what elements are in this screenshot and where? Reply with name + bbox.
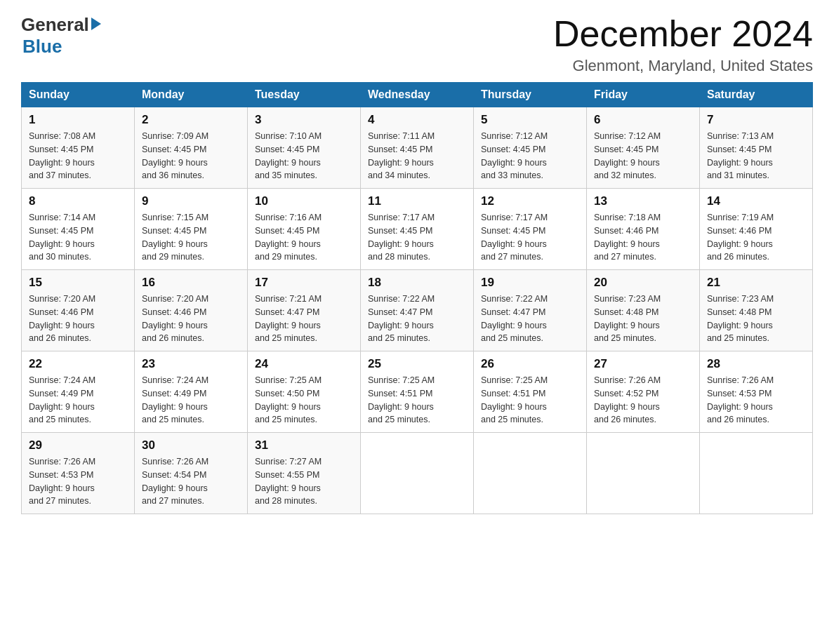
calendar-day-cell xyxy=(361,433,474,514)
weekday-header-sunday: Sunday xyxy=(22,83,135,107)
day-number: 8 xyxy=(29,194,127,208)
day-number: 26 xyxy=(481,357,579,371)
weekday-header-friday: Friday xyxy=(587,83,700,107)
calendar-week-row: 8Sunrise: 7:14 AMSunset: 4:45 PMDaylight… xyxy=(22,189,813,270)
calendar-day-cell: 5Sunrise: 7:12 AMSunset: 4:45 PMDaylight… xyxy=(474,107,587,189)
day-info: Sunrise: 7:23 AMSunset: 4:48 PMDaylight:… xyxy=(707,293,805,345)
weekday-header-row: SundayMondayTuesdayWednesdayThursdayFrid… xyxy=(22,83,813,107)
calendar-day-cell: 30Sunrise: 7:26 AMSunset: 4:54 PMDayligh… xyxy=(135,433,248,514)
calendar-day-cell: 4Sunrise: 7:11 AMSunset: 4:45 PMDaylight… xyxy=(361,107,474,189)
day-info: Sunrise: 7:25 AMSunset: 4:51 PMDaylight:… xyxy=(481,374,579,427)
day-info: Sunrise: 7:26 AMSunset: 4:53 PMDaylight:… xyxy=(707,374,805,427)
day-number: 13 xyxy=(594,194,692,208)
day-number: 14 xyxy=(707,194,805,208)
day-info: Sunrise: 7:11 AMSunset: 4:45 PMDaylight:… xyxy=(368,130,466,182)
calendar-day-cell: 22Sunrise: 7:24 AMSunset: 4:49 PMDayligh… xyxy=(22,351,135,433)
calendar-day-cell: 23Sunrise: 7:24 AMSunset: 4:49 PMDayligh… xyxy=(135,351,248,433)
title-block: December 2024 Glenmont, Maryland, United… xyxy=(553,14,813,75)
calendar-week-row: 15Sunrise: 7:20 AMSunset: 4:46 PMDayligh… xyxy=(22,270,813,351)
day-info: Sunrise: 7:22 AMSunset: 4:47 PMDaylight:… xyxy=(481,293,579,345)
day-number: 29 xyxy=(29,438,127,452)
logo-arrow-icon xyxy=(91,18,101,30)
calendar-day-cell: 12Sunrise: 7:17 AMSunset: 4:45 PMDayligh… xyxy=(474,189,587,270)
day-info: Sunrise: 7:25 AMSunset: 4:50 PMDaylight:… xyxy=(255,374,353,427)
day-info: Sunrise: 7:10 AMSunset: 4:45 PMDaylight:… xyxy=(255,130,353,182)
day-info: Sunrise: 7:13 AMSunset: 4:45 PMDaylight:… xyxy=(707,130,805,182)
day-number: 24 xyxy=(255,357,353,371)
day-number: 9 xyxy=(142,194,240,208)
calendar-day-cell: 25Sunrise: 7:25 AMSunset: 4:51 PMDayligh… xyxy=(361,351,474,433)
day-number: 25 xyxy=(368,357,466,371)
day-info: Sunrise: 7:21 AMSunset: 4:47 PMDaylight:… xyxy=(255,293,353,345)
day-number: 23 xyxy=(142,357,240,371)
day-number: 1 xyxy=(29,113,127,127)
day-number: 17 xyxy=(255,276,353,290)
logo-general-text: General xyxy=(21,14,89,36)
day-info: Sunrise: 7:22 AMSunset: 4:47 PMDaylight:… xyxy=(368,293,466,345)
day-info: Sunrise: 7:26 AMSunset: 4:53 PMDaylight:… xyxy=(29,455,127,508)
calendar-table: SundayMondayTuesdayWednesdayThursdayFrid… xyxy=(21,82,813,514)
calendar-day-cell xyxy=(587,433,700,514)
day-number: 6 xyxy=(594,113,692,127)
location-title: Glenmont, Maryland, United States xyxy=(553,57,813,75)
day-info: Sunrise: 7:12 AMSunset: 4:45 PMDaylight:… xyxy=(481,130,579,182)
day-info: Sunrise: 7:24 AMSunset: 4:49 PMDaylight:… xyxy=(142,374,240,427)
day-info: Sunrise: 7:16 AMSunset: 4:45 PMDaylight:… xyxy=(255,211,353,264)
calendar-day-cell: 31Sunrise: 7:27 AMSunset: 4:55 PMDayligh… xyxy=(248,433,361,514)
calendar-week-row: 29Sunrise: 7:26 AMSunset: 4:53 PMDayligh… xyxy=(22,433,813,514)
calendar-day-cell: 1Sunrise: 7:08 AMSunset: 4:45 PMDaylight… xyxy=(22,107,135,189)
calendar-day-cell: 2Sunrise: 7:09 AMSunset: 4:45 PMDaylight… xyxy=(135,107,248,189)
day-number: 15 xyxy=(29,276,127,290)
day-info: Sunrise: 7:27 AMSunset: 4:55 PMDaylight:… xyxy=(255,455,353,508)
day-number: 11 xyxy=(368,194,466,208)
calendar-day-cell: 10Sunrise: 7:16 AMSunset: 4:45 PMDayligh… xyxy=(248,189,361,270)
calendar-day-cell: 18Sunrise: 7:22 AMSunset: 4:47 PMDayligh… xyxy=(361,270,474,351)
calendar-day-cell: 6Sunrise: 7:12 AMSunset: 4:45 PMDaylight… xyxy=(587,107,700,189)
calendar-day-cell: 15Sunrise: 7:20 AMSunset: 4:46 PMDayligh… xyxy=(22,270,135,351)
day-info: Sunrise: 7:18 AMSunset: 4:46 PMDaylight:… xyxy=(594,211,692,264)
calendar-week-row: 22Sunrise: 7:24 AMSunset: 4:49 PMDayligh… xyxy=(22,351,813,433)
day-info: Sunrise: 7:12 AMSunset: 4:45 PMDaylight:… xyxy=(594,130,692,182)
day-number: 27 xyxy=(594,357,692,371)
calendar-header: SundayMondayTuesdayWednesdayThursdayFrid… xyxy=(22,83,813,107)
weekday-header-thursday: Thursday xyxy=(474,83,587,107)
calendar-day-cell: 19Sunrise: 7:22 AMSunset: 4:47 PMDayligh… xyxy=(474,270,587,351)
calendar-day-cell: 16Sunrise: 7:20 AMSunset: 4:46 PMDayligh… xyxy=(135,270,248,351)
calendar-body: 1Sunrise: 7:08 AMSunset: 4:45 PMDaylight… xyxy=(22,107,813,514)
day-number: 12 xyxy=(481,194,579,208)
weekday-header-monday: Monday xyxy=(135,83,248,107)
month-title: December 2024 xyxy=(553,14,813,54)
calendar-day-cell xyxy=(474,433,587,514)
day-number: 22 xyxy=(29,357,127,371)
day-number: 19 xyxy=(481,276,579,290)
day-info: Sunrise: 7:20 AMSunset: 4:46 PMDaylight:… xyxy=(142,293,240,345)
day-info: Sunrise: 7:23 AMSunset: 4:48 PMDaylight:… xyxy=(594,293,692,345)
day-info: Sunrise: 7:24 AMSunset: 4:49 PMDaylight:… xyxy=(29,374,127,427)
day-info: Sunrise: 7:26 AMSunset: 4:52 PMDaylight:… xyxy=(594,374,692,427)
calendar-day-cell: 27Sunrise: 7:26 AMSunset: 4:52 PMDayligh… xyxy=(587,351,700,433)
calendar-day-cell: 20Sunrise: 7:23 AMSunset: 4:48 PMDayligh… xyxy=(587,270,700,351)
day-number: 5 xyxy=(481,113,579,127)
day-info: Sunrise: 7:15 AMSunset: 4:45 PMDaylight:… xyxy=(142,211,240,264)
day-info: Sunrise: 7:08 AMSunset: 4:45 PMDaylight:… xyxy=(29,130,127,182)
day-info: Sunrise: 7:14 AMSunset: 4:45 PMDaylight:… xyxy=(29,211,127,264)
page-header: General Blue December 2024 Glenmont, Mar… xyxy=(21,14,813,75)
day-info: Sunrise: 7:26 AMSunset: 4:54 PMDaylight:… xyxy=(142,455,240,508)
calendar-week-row: 1Sunrise: 7:08 AMSunset: 4:45 PMDaylight… xyxy=(22,107,813,189)
weekday-header-wednesday: Wednesday xyxy=(361,83,474,107)
calendar-day-cell: 3Sunrise: 7:10 AMSunset: 4:45 PMDaylight… xyxy=(248,107,361,189)
day-info: Sunrise: 7:17 AMSunset: 4:45 PMDaylight:… xyxy=(481,211,579,264)
calendar-day-cell: 17Sunrise: 7:21 AMSunset: 4:47 PMDayligh… xyxy=(248,270,361,351)
day-info: Sunrise: 7:19 AMSunset: 4:46 PMDaylight:… xyxy=(707,211,805,264)
day-number: 31 xyxy=(255,438,353,452)
weekday-header-saturday: Saturday xyxy=(700,83,813,107)
day-number: 16 xyxy=(142,276,240,290)
day-number: 4 xyxy=(368,113,466,127)
calendar-day-cell: 28Sunrise: 7:26 AMSunset: 4:53 PMDayligh… xyxy=(700,351,813,433)
logo: General Blue xyxy=(21,14,101,58)
day-info: Sunrise: 7:09 AMSunset: 4:45 PMDaylight:… xyxy=(142,130,240,182)
day-number: 2 xyxy=(142,113,240,127)
day-number: 10 xyxy=(255,194,353,208)
weekday-header-tuesday: Tuesday xyxy=(248,83,361,107)
calendar-day-cell: 14Sunrise: 7:19 AMSunset: 4:46 PMDayligh… xyxy=(700,189,813,270)
